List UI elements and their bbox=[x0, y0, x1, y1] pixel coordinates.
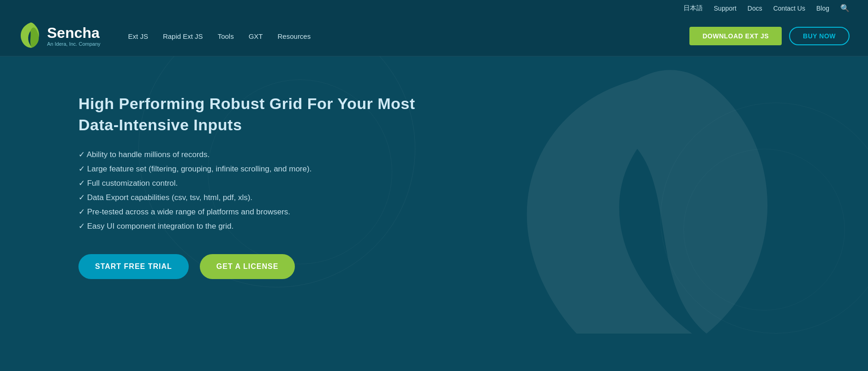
feature-item-2: ✓ Large feature set (filtering, grouping… bbox=[78, 164, 425, 174]
logo-link[interactable]: Sencha An Idera, Inc. Company bbox=[18, 22, 101, 50]
blog-link[interactable]: Blog bbox=[816, 5, 829, 12]
nav-item-resources[interactable]: Resources bbox=[278, 30, 311, 42]
top-utility-bar: 日本語 Support Docs Contact Us Blog 🔍 bbox=[0, 0, 868, 16]
feature-item-1: ✓ Ability to handle millions of records. bbox=[78, 150, 425, 159]
feature-list: ✓ Ability to handle millions of records.… bbox=[78, 150, 425, 231]
logo-tagline: An Idera, Inc. Company bbox=[47, 41, 101, 47]
nav-item-rapidextjs[interactable]: Rapid Ext JS bbox=[163, 30, 203, 42]
nav-links: Ext JS Rapid Ext JS Tools GXT Resources bbox=[128, 30, 690, 42]
feature-text-2: ✓ Large feature set (filtering, grouping… bbox=[78, 164, 311, 174]
feature-item-3: ✓ Full customization control. bbox=[78, 178, 425, 188]
hero-section: High Performing Robust Grid For Your Mos… bbox=[0, 56, 868, 334]
feature-text-5: ✓ Pre-tested across a wide range of plat… bbox=[78, 207, 290, 217]
bg-circle-3 bbox=[660, 103, 868, 334]
feature-text-4: ✓ Data Export capabilities (csv, tsv, ht… bbox=[78, 193, 252, 202]
hero-content: High Performing Robust Grid For Your Mos… bbox=[78, 93, 425, 279]
get-license-button[interactable]: GET A LICENSE bbox=[200, 254, 295, 279]
search-icon[interactable]: 🔍 bbox=[840, 4, 850, 12]
buy-now-button[interactable]: BUY NOW bbox=[789, 27, 850, 45]
feature-item-5: ✓ Pre-tested across a wide range of plat… bbox=[78, 207, 425, 217]
nav-item-tools[interactable]: Tools bbox=[218, 30, 234, 42]
bg-swirl-icon bbox=[476, 56, 799, 334]
nav-item-extjs[interactable]: Ext JS bbox=[128, 30, 148, 42]
hero-title: High Performing Robust Grid For Your Mos… bbox=[78, 93, 425, 136]
contact-link[interactable]: Contact Us bbox=[773, 5, 805, 12]
nav-actions: DOWNLOAD EXT JS BUY NOW bbox=[689, 27, 850, 45]
start-free-trial-button[interactable]: START FREE TRIAL bbox=[78, 254, 189, 279]
japanese-link[interactable]: 日本語 bbox=[683, 4, 703, 12]
feature-text-6: ✓ Easy UI component integration to the g… bbox=[78, 221, 233, 231]
feature-item-6: ✓ Easy UI component integration to the g… bbox=[78, 221, 425, 231]
support-link[interactable]: Support bbox=[714, 5, 736, 12]
download-extjs-button[interactable]: DOWNLOAD EXT JS bbox=[689, 27, 782, 45]
main-navigation: Sencha An Idera, Inc. Company Ext JS Rap… bbox=[0, 16, 868, 56]
nav-item-gxt[interactable]: GXT bbox=[249, 30, 263, 42]
docs-link[interactable]: Docs bbox=[748, 5, 762, 12]
feature-item-4: ✓ Data Export capabilities (csv, tsv, ht… bbox=[78, 193, 425, 202]
feature-text-1: ✓ Ability to handle millions of records. bbox=[78, 150, 210, 159]
hero-actions: START FREE TRIAL GET A LICENSE bbox=[78, 254, 425, 279]
bg-circle-4 bbox=[683, 149, 845, 310]
feature-text-3: ✓ Full customization control. bbox=[78, 178, 178, 188]
logo-name: Sencha bbox=[47, 25, 101, 40]
logo-icon bbox=[18, 22, 42, 50]
